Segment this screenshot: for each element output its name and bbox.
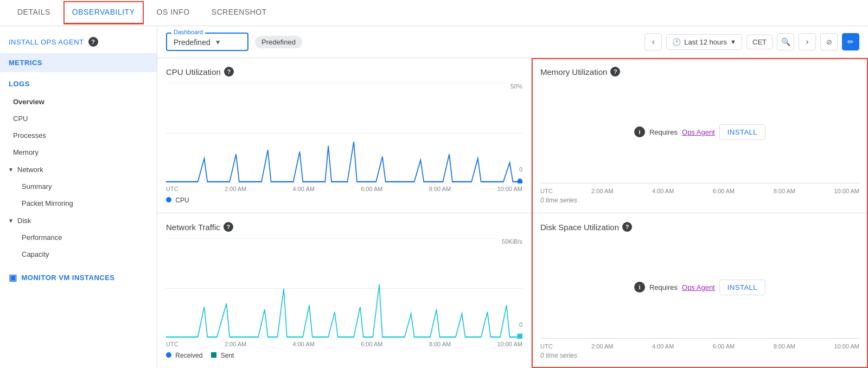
- time-range-label: Last 12 hours: [684, 38, 727, 46]
- cpu-help-icon[interactable]: ?: [224, 67, 234, 77]
- disk-ops-agent-link[interactable]: Ops Agent: [682, 283, 715, 291]
- predefined-badge[interactable]: Predefined: [255, 36, 302, 48]
- mem-x-3: 6:00 AM: [713, 188, 735, 194]
- dashboard-select-value: Predefined: [174, 38, 210, 47]
- sidebar-item-network[interactable]: ▼ Network: [0, 161, 157, 178]
- dashboard-header: Dashboard Predefined ▼ Predefined ‹ 🕐 La…: [157, 26, 868, 58]
- tab-observability[interactable]: OBSERVABILITY: [63, 1, 144, 24]
- monitor-label: MONITOR VM INSTANCES: [22, 274, 115, 282]
- network-chart-body: 50KiB/s 0: [166, 238, 522, 339]
- install-ops-link[interactable]: INSTALL OPS AGENT: [9, 38, 84, 46]
- disk-help-icon[interactable]: ?: [622, 222, 632, 232]
- cpu-legend-label: CPU: [175, 196, 189, 204]
- network-legend-received: Received: [166, 352, 202, 359]
- sidebar-item-performance[interactable]: Performance: [0, 229, 157, 246]
- sidebar-item-memory[interactable]: Memory: [0, 144, 157, 161]
- edit-btn[interactable]: ✏: [842, 33, 859, 50]
- svg-rect-7: [518, 334, 522, 339]
- cpu-zero-label: 0: [519, 166, 522, 173]
- received-legend-dot: [166, 352, 171, 358]
- mem-x-1: 2:00 AM: [591, 188, 613, 194]
- sidebar-logs-item[interactable]: LOGS: [0, 74, 157, 93]
- dashboard-dropdown[interactable]: Predefined ▼: [171, 35, 247, 50]
- net-x-5: 10:00 AM: [497, 341, 522, 347]
- disk-install-button[interactable]: INSTALL: [719, 280, 765, 295]
- time-range-arrow-icon: ▼: [730, 39, 736, 45]
- sent-legend-label: Sent: [221, 352, 234, 359]
- network-legend-sent: Sent: [211, 352, 234, 359]
- tab-os-info[interactable]: OS INFO: [148, 1, 199, 24]
- search-btn[interactable]: 🔍: [777, 33, 794, 50]
- cpu-x-axis: UTC 2:00 AM 4:00 AM 6:00 AM 8:00 AM 10:0…: [166, 183, 522, 192]
- cpu-chart-title: CPU Utilization: [166, 67, 221, 77]
- disk-x-5: 10:00 AM: [834, 343, 859, 350]
- disk-x-4: 8:00 AM: [774, 343, 795, 350]
- install-ops-row: INSTALL OPS AGENT ?: [0, 33, 157, 51]
- sidebar-item-overview[interactable]: Overview: [0, 93, 157, 110]
- disk-requires-row: i Requires Ops Agent INSTALL: [634, 280, 765, 295]
- sidebar-item-processes[interactable]: Processes: [0, 127, 157, 144]
- disk-title-row: Disk Space Utilization ?: [540, 222, 859, 232]
- disk-arrow-icon: ▼: [7, 216, 15, 225]
- memory-chart-title: Memory Utilization: [540, 67, 607, 77]
- mem-x-2: 4:00 AM: [652, 188, 674, 194]
- sidebar-item-disk[interactable]: ▼ Disk: [0, 212, 157, 229]
- dashboard-dropdown-wrapper: Dashboard Predefined ▼: [166, 33, 248, 51]
- install-ops-help-icon[interactable]: ?: [88, 37, 98, 47]
- dropdown-chevron-icon: ▼: [215, 39, 221, 46]
- memory-install-button[interactable]: INSTALL: [719, 124, 765, 140]
- sidebar-item-summary[interactable]: Summary: [0, 178, 157, 195]
- charts-left: CPU Utilization ? 50% 0: [157, 58, 532, 368]
- disk-chart-panel: Disk Space Utilization ? i Requires Ops …: [532, 213, 868, 368]
- monitor-vm-instances[interactable]: ▣ MONITOR VM INSTANCES: [0, 267, 157, 288]
- net-x-1: 2:00 AM: [225, 341, 246, 347]
- sidebar-item-capacity[interactable]: Capacity: [0, 246, 157, 263]
- disk-x-3: 6:00 AM: [713, 343, 735, 350]
- dashboard-right: ‹ 🕐 Last 12 hours ▼ CET 🔍 › ⊘ ✏: [644, 33, 859, 50]
- cpu-title-row: CPU Utilization ?: [166, 67, 522, 77]
- tab-details[interactable]: DETAILS: [9, 1, 59, 24]
- memory-ops-agent-link[interactable]: Ops Agent: [682, 128, 715, 136]
- sent-legend-square: [211, 352, 216, 358]
- memory-help-icon[interactable]: ?: [610, 67, 620, 77]
- disk-time-series-label: 0 time series: [540, 352, 859, 359]
- next-btn[interactable]: ›: [799, 33, 816, 50]
- mem-x-5: 10:00 AM: [834, 188, 859, 194]
- tab-screenshot[interactable]: SCREENSHOT: [203, 1, 276, 24]
- cpu-legend-item: CPU: [166, 196, 189, 204]
- sync-disabled-btn[interactable]: ⊘: [820, 33, 838, 50]
- dashboard-left: Dashboard Predefined ▼ Predefined: [166, 33, 302, 51]
- network-help-icon[interactable]: ?: [224, 222, 233, 232]
- svg-point-3: [518, 179, 522, 183]
- cpu-x-1: 2:00 AM: [225, 186, 246, 192]
- net-x-4: 8:00 AM: [429, 341, 451, 347]
- memory-requires-text: Requires: [649, 128, 678, 136]
- net-x-0: UTC: [166, 341, 178, 347]
- disk-info-icon: i: [634, 282, 645, 293]
- sidebar-metrics-item[interactable]: METRICS: [0, 53, 157, 72]
- memory-x-axis: UTC 2:00 AM 4:00 AM 6:00 AM 8:00 AM 10:0…: [540, 186, 859, 194]
- cpu-x-2: 4:00 AM: [293, 186, 315, 192]
- content-area: Dashboard Predefined ▼ Predefined ‹ 🕐 La…: [157, 26, 868, 368]
- disk-x-2: 4:00 AM: [652, 343, 674, 350]
- memory-chart-panel: Memory Utilization ? i Requires Ops Agen…: [532, 58, 868, 213]
- prev-btn[interactable]: ‹: [644, 33, 662, 50]
- network-title-row: Network Traffic ?: [166, 222, 522, 232]
- timezone-badge[interactable]: CET: [746, 35, 773, 49]
- network-y-label: 50KiB/s: [502, 238, 522, 245]
- cpu-legend-dot: [166, 197, 171, 202]
- memory-title-row: Memory Utilization ?: [540, 67, 859, 77]
- disk-x-0: UTC: [540, 343, 553, 350]
- cpu-chart-body: 50% 0: [166, 83, 522, 183]
- main-layout: INSTALL OPS AGENT ? METRICS LOGS Overvie…: [0, 26, 868, 368]
- time-range-btn[interactable]: 🕐 Last 12 hours ▼: [666, 34, 742, 50]
- network-x-axis: UTC 2:00 AM 4:00 AM 6:00 AM 8:00 AM 10:0…: [166, 339, 522, 347]
- memory-requires-ops: i Requires Ops Agent INSTALL: [540, 83, 859, 181]
- disk-x-1: 2:00 AM: [591, 343, 613, 350]
- charts-grid: CPU Utilization ? 50% 0: [157, 58, 868, 368]
- cpu-x-3: 6:00 AM: [361, 186, 382, 192]
- sidebar-item-cpu[interactable]: CPU: [0, 110, 157, 127]
- cpu-y-label: 50%: [510, 83, 522, 90]
- sidebar-item-packet-mirroring[interactable]: Packet Mirroring: [0, 195, 157, 212]
- network-arrow-icon: ▼: [7, 165, 15, 174]
